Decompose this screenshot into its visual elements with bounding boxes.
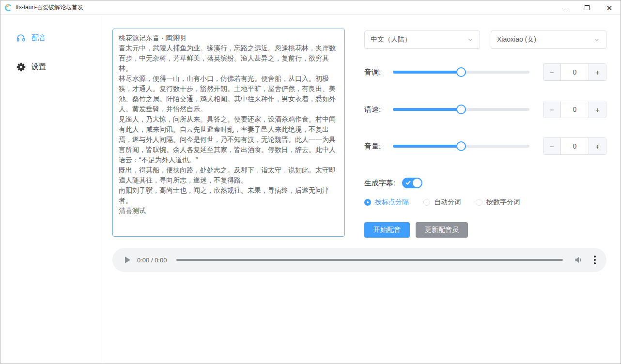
volume-slider-handle[interactable] [456, 141, 466, 151]
sidebar-item-label: 设置 [31, 62, 46, 72]
slider-fill [393, 145, 461, 148]
radio-number-segmentation[interactable]: 按数字分词 [476, 198, 520, 207]
seek-bar[interactable] [176, 259, 563, 261]
start-dubbing-button[interactable]: 开始配音 [364, 222, 410, 238]
volume-slider[interactable] [393, 141, 529, 151]
pitch-increase-button[interactable]: + [589, 64, 606, 80]
maximize-icon [585, 5, 590, 10]
speed-slider[interactable] [393, 105, 529, 114]
playback-time: 0:00 / 0:00 [137, 257, 167, 264]
radio-icon [364, 199, 371, 206]
volume-icon[interactable] [574, 255, 583, 265]
speed-label: 语速: [364, 105, 387, 114]
speaker-select-value: Xiaoxiao (女) [497, 35, 593, 44]
pitch-slider[interactable] [393, 67, 529, 77]
title-bar: tts-tauri-吾爱破解论坛首发 ✕ [0, 0, 621, 15]
toggle-knob [413, 179, 421, 187]
audio-player: 0:00 / 0:00 [112, 248, 606, 272]
check-icon [405, 180, 411, 185]
volume-stepper: − 0 + [543, 137, 606, 155]
update-voices-button[interactable]: 更新配音员 [416, 222, 468, 238]
volume-label: 音量: [364, 142, 387, 151]
speed-value[interactable]: 0 [561, 101, 589, 118]
app-logo-icon [4, 3, 13, 12]
radio-auto-segmentation[interactable]: 自动分词 [423, 198, 461, 207]
volume-value[interactable]: 0 [561, 138, 589, 154]
sidebar-item-voice[interactable]: 配音 [0, 29, 102, 46]
chevron-down-icon [467, 36, 474, 43]
tts-text-input[interactable]: 桃花源记东晋 · 陶渊明 晋太元中，武陵人捕鱼为业。缘溪行，忘路之远近。忽逢桃花… [112, 29, 345, 237]
radio-icon [476, 199, 482, 206]
play-button[interactable] [125, 257, 130, 263]
language-select[interactable]: 中文（大陆） [364, 30, 480, 49]
app-window: tts-tauri-吾爱破解论坛首发 ✕ 配音 [0, 0, 621, 364]
pitch-stepper: − 0 + [543, 63, 606, 81]
minimize-icon [562, 8, 568, 8]
language-select-value: 中文（大陆） [371, 35, 467, 44]
radio-icon [423, 199, 430, 206]
speed-increase-button[interactable]: + [589, 101, 606, 118]
sidebar-item-label: 配音 [31, 33, 46, 43]
slider-fill [393, 71, 461, 74]
radio-label: 按数字分词 [486, 198, 520, 207]
chevron-down-icon [593, 36, 600, 43]
maximize-button[interactable] [576, 0, 598, 15]
speaker-select[interactable]: Xiaoxiao (女) [491, 30, 606, 49]
speed-decrease-button[interactable]: − [543, 101, 561, 118]
slider-fill [393, 108, 461, 111]
pitch-slider-handle[interactable] [456, 67, 466, 77]
segmentation-radio-group: 按标点分隔 自动分词 按数字分词 [364, 198, 520, 207]
subtitle-toggle[interactable] [402, 178, 422, 188]
volume-increase-button[interactable]: + [589, 138, 606, 154]
subtitle-toggle-label: 生成字幕: [364, 179, 395, 188]
radio-label: 按标点分隔 [375, 198, 409, 207]
player-menu-button[interactable] [592, 254, 598, 266]
window-title: tts-tauri-吾爱破解论坛首发 [16, 3, 83, 12]
gear-icon [16, 62, 26, 72]
speed-slider-handle[interactable] [456, 105, 466, 114]
close-button[interactable]: ✕ [598, 0, 621, 15]
sidebar: 配音 设置 [0, 15, 102, 364]
sidebar-item-settings[interactable]: 设置 [0, 58, 102, 76]
headphones-icon [16, 33, 26, 43]
volume-decrease-button[interactable]: − [543, 138, 561, 154]
minimize-button[interactable] [554, 0, 576, 15]
pitch-decrease-button[interactable]: − [543, 64, 561, 80]
speed-stepper: − 0 + [543, 101, 606, 118]
pitch-value[interactable]: 0 [561, 64, 589, 80]
window-controls: ✕ [554, 0, 621, 15]
radio-punctuation-split[interactable]: 按标点分隔 [364, 198, 409, 207]
radio-label: 自动分词 [434, 198, 461, 207]
pitch-label: 音调: [364, 68, 387, 77]
close-icon: ✕ [606, 4, 613, 12]
